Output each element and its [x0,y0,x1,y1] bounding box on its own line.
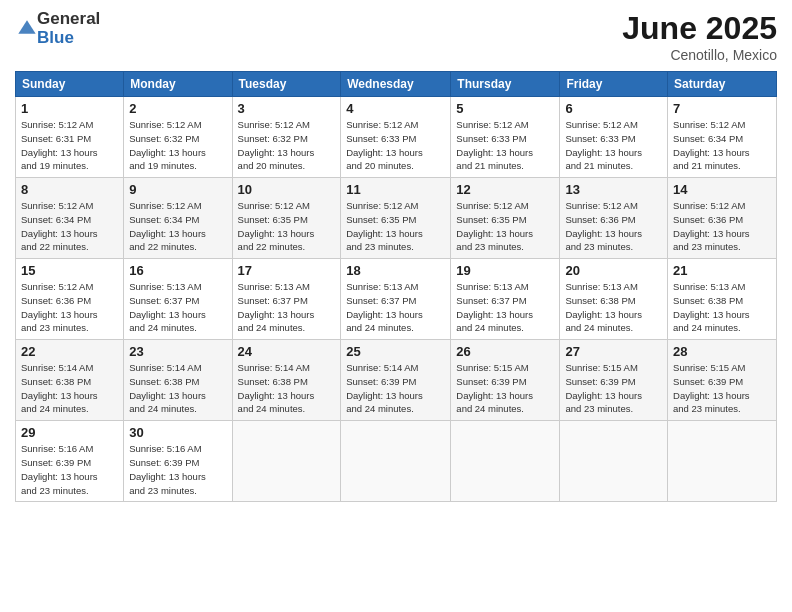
day-info: Sunrise: 5:14 AMSunset: 6:38 PMDaylight:… [21,361,118,416]
day-number: 6 [565,101,662,116]
day-number: 9 [129,182,226,197]
calendar-cell: 23Sunrise: 5:14 AMSunset: 6:38 PMDayligh… [124,340,232,421]
calendar-week-3: 15Sunrise: 5:12 AMSunset: 6:36 PMDayligh… [16,259,777,340]
day-number: 21 [673,263,771,278]
calendar-cell: 30Sunrise: 5:16 AMSunset: 6:39 PMDayligh… [124,421,232,502]
calendar-table: SundayMondayTuesdayWednesdayThursdayFrid… [15,71,777,502]
calendar-cell: 10Sunrise: 5:12 AMSunset: 6:35 PMDayligh… [232,178,341,259]
col-header-friday: Friday [560,72,668,97]
calendar-cell: 27Sunrise: 5:15 AMSunset: 6:39 PMDayligh… [560,340,668,421]
day-info: Sunrise: 5:12 AMSunset: 6:33 PMDaylight:… [565,118,662,173]
day-info: Sunrise: 5:12 AMSunset: 6:32 PMDaylight:… [238,118,336,173]
day-number: 27 [565,344,662,359]
calendar-cell [341,421,451,502]
day-info: Sunrise: 5:13 AMSunset: 6:37 PMDaylight:… [129,280,226,335]
day-number: 7 [673,101,771,116]
calendar-cell: 9Sunrise: 5:12 AMSunset: 6:34 PMDaylight… [124,178,232,259]
day-info: Sunrise: 5:13 AMSunset: 6:38 PMDaylight:… [673,280,771,335]
day-number: 1 [21,101,118,116]
calendar-cell: 18Sunrise: 5:13 AMSunset: 6:37 PMDayligh… [341,259,451,340]
calendar-cell: 3Sunrise: 5:12 AMSunset: 6:32 PMDaylight… [232,97,341,178]
day-info: Sunrise: 5:12 AMSunset: 6:34 PMDaylight:… [129,199,226,254]
calendar-cell: 29Sunrise: 5:16 AMSunset: 6:39 PMDayligh… [16,421,124,502]
calendar-cell: 8Sunrise: 5:12 AMSunset: 6:34 PMDaylight… [16,178,124,259]
day-info: Sunrise: 5:12 AMSunset: 6:36 PMDaylight:… [21,280,118,335]
day-number: 16 [129,263,226,278]
day-info: Sunrise: 5:12 AMSunset: 6:35 PMDaylight:… [346,199,445,254]
calendar-cell: 22Sunrise: 5:14 AMSunset: 6:38 PMDayligh… [16,340,124,421]
calendar-cell: 5Sunrise: 5:12 AMSunset: 6:33 PMDaylight… [451,97,560,178]
day-info: Sunrise: 5:12 AMSunset: 6:36 PMDaylight:… [565,199,662,254]
calendar-week-1: 1Sunrise: 5:12 AMSunset: 6:31 PMDaylight… [16,97,777,178]
col-header-saturday: Saturday [668,72,777,97]
day-number: 29 [21,425,118,440]
calendar-cell [668,421,777,502]
day-number: 4 [346,101,445,116]
calendar-week-4: 22Sunrise: 5:14 AMSunset: 6:38 PMDayligh… [16,340,777,421]
day-number: 17 [238,263,336,278]
day-number: 22 [21,344,118,359]
calendar-cell: 28Sunrise: 5:15 AMSunset: 6:39 PMDayligh… [668,340,777,421]
calendar-cell: 12Sunrise: 5:12 AMSunset: 6:35 PMDayligh… [451,178,560,259]
calendar-cell: 2Sunrise: 5:12 AMSunset: 6:32 PMDaylight… [124,97,232,178]
day-number: 11 [346,182,445,197]
calendar-cell: 20Sunrise: 5:13 AMSunset: 6:38 PMDayligh… [560,259,668,340]
day-number: 5 [456,101,554,116]
calendar-cell [232,421,341,502]
logo-text: General Blue [37,10,100,47]
day-number: 18 [346,263,445,278]
day-info: Sunrise: 5:12 AMSunset: 6:36 PMDaylight:… [673,199,771,254]
day-info: Sunrise: 5:12 AMSunset: 6:32 PMDaylight:… [129,118,226,173]
calendar-cell: 25Sunrise: 5:14 AMSunset: 6:39 PMDayligh… [341,340,451,421]
logo-general: General [37,10,100,29]
day-number: 15 [21,263,118,278]
day-info: Sunrise: 5:15 AMSunset: 6:39 PMDaylight:… [456,361,554,416]
col-header-thursday: Thursday [451,72,560,97]
calendar-week-2: 8Sunrise: 5:12 AMSunset: 6:34 PMDaylight… [16,178,777,259]
day-number: 24 [238,344,336,359]
logo: General Blue [15,10,100,47]
day-info: Sunrise: 5:16 AMSunset: 6:39 PMDaylight:… [21,442,118,497]
month-title: June 2025 [622,10,777,47]
page: General Blue June 2025 Cenotillo, Mexico… [0,0,792,612]
calendar-cell: 21Sunrise: 5:13 AMSunset: 6:38 PMDayligh… [668,259,777,340]
day-info: Sunrise: 5:13 AMSunset: 6:37 PMDaylight:… [346,280,445,335]
calendar-cell: 1Sunrise: 5:12 AMSunset: 6:31 PMDaylight… [16,97,124,178]
day-info: Sunrise: 5:12 AMSunset: 6:35 PMDaylight:… [456,199,554,254]
day-info: Sunrise: 5:12 AMSunset: 6:31 PMDaylight:… [21,118,118,173]
logo-icon [17,19,37,39]
day-info: Sunrise: 5:14 AMSunset: 6:38 PMDaylight:… [238,361,336,416]
day-info: Sunrise: 5:12 AMSunset: 6:34 PMDaylight:… [21,199,118,254]
day-info: Sunrise: 5:13 AMSunset: 6:38 PMDaylight:… [565,280,662,335]
day-info: Sunrise: 5:12 AMSunset: 6:33 PMDaylight:… [346,118,445,173]
day-number: 12 [456,182,554,197]
calendar-cell: 13Sunrise: 5:12 AMSunset: 6:36 PMDayligh… [560,178,668,259]
day-number: 26 [456,344,554,359]
location: Cenotillo, Mexico [622,47,777,63]
title-block: June 2025 Cenotillo, Mexico [622,10,777,63]
calendar-cell: 7Sunrise: 5:12 AMSunset: 6:34 PMDaylight… [668,97,777,178]
header: General Blue June 2025 Cenotillo, Mexico [15,10,777,63]
calendar-cell: 14Sunrise: 5:12 AMSunset: 6:36 PMDayligh… [668,178,777,259]
day-info: Sunrise: 5:12 AMSunset: 6:34 PMDaylight:… [673,118,771,173]
day-number: 8 [21,182,118,197]
day-info: Sunrise: 5:16 AMSunset: 6:39 PMDaylight:… [129,442,226,497]
day-number: 2 [129,101,226,116]
day-number: 30 [129,425,226,440]
day-info: Sunrise: 5:14 AMSunset: 6:38 PMDaylight:… [129,361,226,416]
calendar-cell: 11Sunrise: 5:12 AMSunset: 6:35 PMDayligh… [341,178,451,259]
logo-blue: Blue [37,29,100,48]
day-number: 25 [346,344,445,359]
day-number: 3 [238,101,336,116]
calendar-cell: 17Sunrise: 5:13 AMSunset: 6:37 PMDayligh… [232,259,341,340]
calendar-cell: 6Sunrise: 5:12 AMSunset: 6:33 PMDaylight… [560,97,668,178]
calendar-cell: 26Sunrise: 5:15 AMSunset: 6:39 PMDayligh… [451,340,560,421]
day-number: 23 [129,344,226,359]
day-info: Sunrise: 5:15 AMSunset: 6:39 PMDaylight:… [565,361,662,416]
day-number: 10 [238,182,336,197]
calendar-cell [451,421,560,502]
calendar-week-5: 29Sunrise: 5:16 AMSunset: 6:39 PMDayligh… [16,421,777,502]
calendar-cell: 15Sunrise: 5:12 AMSunset: 6:36 PMDayligh… [16,259,124,340]
col-header-tuesday: Tuesday [232,72,341,97]
day-info: Sunrise: 5:13 AMSunset: 6:37 PMDaylight:… [456,280,554,335]
